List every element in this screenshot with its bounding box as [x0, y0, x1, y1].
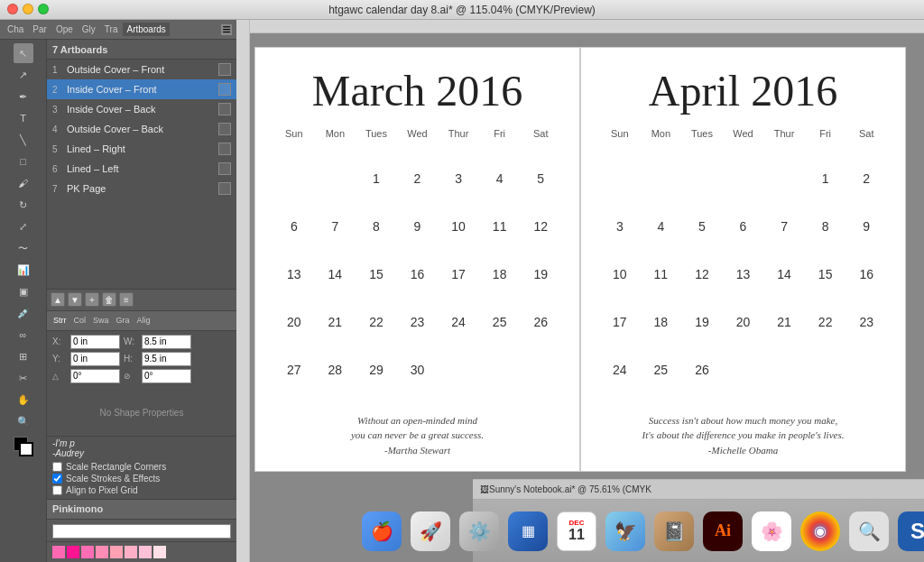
april-day-10: 6	[723, 215, 764, 263]
w-input[interactable]	[142, 335, 191, 349]
artboard-add-button[interactable]: +	[85, 292, 99, 307]
line-tool-icon[interactable]: ╲	[14, 130, 33, 150]
dock-magnifier[interactable]: 🔍	[847, 508, 891, 555]
ruler-vertical	[236, 20, 250, 562]
artboard-num-7: 7	[52, 184, 63, 194]
close-button[interactable]	[7, 4, 18, 14]
type-tool-icon[interactable]: T	[14, 108, 33, 128]
h-input[interactable]	[142, 352, 191, 366]
transform-tab-strr[interactable]: Strr	[51, 314, 69, 327]
direct-selection-tool-icon[interactable]: ↗	[14, 65, 33, 85]
align-pixel-label: Align to Pixel Grid	[66, 485, 137, 495]
eyedropper-tool-icon[interactable]: 💉	[14, 303, 33, 323]
artboard-delete-button[interactable]: 🗑	[102, 292, 116, 307]
minimize-button[interactable]	[23, 4, 33, 14]
dock-finder[interactable]: 🍎	[360, 508, 403, 555]
ruler-horizontal	[236, 20, 924, 33]
swatch-2[interactable]	[67, 546, 79, 558]
tab-gly[interactable]: Gly	[79, 23, 99, 36]
dock-safari[interactable]: 🦅	[604, 508, 647, 555]
selection-tool-icon[interactable]: ↖	[14, 43, 33, 63]
artboards-panel-header: 7 Artboards	[47, 40, 236, 60]
march-day-5: 4	[479, 167, 521, 215]
artboard-item-4[interactable]: 4 Outside Cover – Back	[47, 119, 236, 139]
angle-input[interactable]	[70, 369, 120, 383]
panel-collapse-button[interactable]: ≡	[220, 23, 233, 36]
april-header-wed: Wed	[723, 124, 764, 167]
artboard-visibility-5[interactable]	[218, 143, 231, 155]
warp-tool-icon[interactable]: 〜	[14, 238, 33, 258]
tab-tra[interactable]: Tra	[101, 23, 122, 36]
artboard-visibility-4[interactable]	[218, 123, 231, 135]
swatch-8[interactable]	[153, 546, 166, 558]
scale-tool-icon[interactable]: ⤢	[14, 217, 33, 236]
dock-photos[interactable]: 🌸	[750, 508, 793, 555]
artboard-visibility-3[interactable]	[218, 103, 231, 115]
artboard-item-3[interactable]: 3 Inside Cover – Back	[47, 99, 236, 119]
dock-chrome[interactable]: ◉	[799, 508, 842, 555]
maximize-button[interactable]	[38, 4, 49, 14]
artboard-item-2[interactable]: 2 Inside Cover – Front	[47, 79, 236, 99]
fill-stroke-icon[interactable]	[14, 437, 33, 456]
paint-tool-icon[interactable]: 🖌	[14, 173, 33, 193]
artboard-tool-icon[interactable]: ⊞	[14, 346, 33, 366]
align-pixel-checkbox[interactable]	[52, 485, 62, 495]
zoom-tool-icon[interactable]: 🔍	[14, 411, 33, 431]
shear-input[interactable]	[142, 369, 191, 383]
y-input[interactable]	[70, 352, 120, 366]
tab-cha[interactable]: Cha	[4, 23, 27, 36]
dock-word[interactable]: S	[896, 508, 924, 555]
march-day-27: 26	[520, 310, 561, 358]
artboard-visibility-1[interactable]	[218, 63, 231, 76]
dock-illustrator[interactable]: Ai	[701, 508, 744, 555]
march-day-21: 20	[273, 310, 315, 358]
transform-tab-col[interactable]: Col	[71, 314, 89, 327]
april-header-thu: Thur	[763, 124, 805, 167]
x-input[interactable]	[70, 335, 120, 349]
swatch-1[interactable]	[52, 546, 65, 558]
scale-strokes-checkbox[interactable]	[52, 474, 62, 484]
gradient-tool-icon[interactable]: ▣	[14, 281, 33, 301]
swatch-3[interactable]	[81, 546, 94, 558]
scale-corners-checkbox[interactable]	[52, 462, 62, 472]
shape-tool-icon[interactable]: □	[14, 152, 33, 171]
transform-tab-alig[interactable]: Alig	[134, 314, 153, 327]
dock-launchpad[interactable]: 🚀	[409, 508, 452, 555]
artboard-up-button[interactable]: ▲	[51, 292, 65, 307]
tab-par[interactable]: Par	[29, 23, 51, 36]
artboard-item-5[interactable]: 5 Lined – Right	[47, 139, 236, 159]
swatch-6[interactable]	[125, 546, 137, 558]
dock-mission-control[interactable]: ▦	[506, 508, 550, 555]
artboard-item-6[interactable]: 6 Lined – Left	[47, 159, 236, 179]
march-day-1	[315, 167, 356, 215]
march-title: March 2016	[273, 66, 561, 115]
artboard-visibility-7[interactable]	[218, 182, 231, 195]
artboard-visibility-6[interactable]	[218, 162, 231, 175]
hand-tool-icon[interactable]: ✋	[14, 390, 33, 410]
artboard-down-button[interactable]: ▼	[68, 292, 82, 307]
transform-tab-swa[interactable]: Swa	[90, 314, 112, 327]
march-day-24: 23	[397, 310, 439, 358]
artboard-menu-button[interactable]: ≡	[119, 292, 134, 307]
tab-ope[interactable]: Ope	[52, 23, 77, 36]
april-day-7: 3	[599, 215, 641, 263]
blend-tool-icon[interactable]: ∞	[14, 325, 33, 345]
dock-notes[interactable]: 📓	[652, 508, 696, 555]
artboard-visibility-2[interactable]	[218, 83, 231, 96]
artboard-item-7[interactable]: 7 PK Page	[47, 179, 236, 198]
dock-calendar[interactable]: DEC 11	[555, 508, 598, 555]
artboard-item-1[interactable]: 1 Outside Cover – Front	[47, 60, 236, 79]
slice-tool-icon[interactable]: ✂	[14, 368, 33, 388]
march-quote-line2: you can never be a great success.	[273, 428, 561, 443]
swatch-5[interactable]	[110, 546, 123, 558]
pen-tool-icon[interactable]: ✒	[14, 87, 33, 106]
graph-tool-icon[interactable]: 📊	[14, 260, 33, 280]
pinkimono-search-input[interactable]	[52, 524, 231, 539]
transform-tab-gra[interactable]: Gra	[114, 314, 133, 327]
tab-artboards[interactable]: Artboards	[123, 23, 169, 36]
march-day-19: 18	[479, 263, 521, 310]
dock-system-prefs[interactable]: ⚙️	[457, 508, 501, 555]
rotate-tool-icon[interactable]: ↻	[14, 195, 33, 215]
swatch-7[interactable]	[139, 546, 152, 558]
swatch-4[interactable]	[96, 546, 108, 558]
